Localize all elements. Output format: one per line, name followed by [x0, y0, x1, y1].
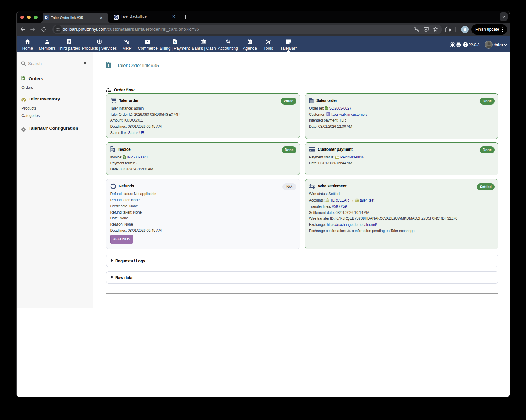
svg-text:D: D [45, 15, 48, 20]
svg-text:$: $ [227, 40, 228, 43]
svg-text:$: $ [174, 41, 176, 44]
svg-text:$: $ [108, 64, 110, 67]
svg-text:?: ? [464, 43, 466, 47]
